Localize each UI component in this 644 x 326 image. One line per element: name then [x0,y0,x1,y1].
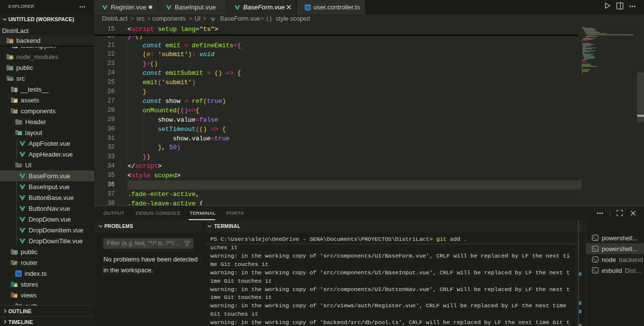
svg-text:</>: </> [8,78,14,82]
svg-text:TS: TS [305,6,309,9]
svg-text:TS: TS [16,272,21,275]
svg-text:<>: <> [14,294,18,298]
